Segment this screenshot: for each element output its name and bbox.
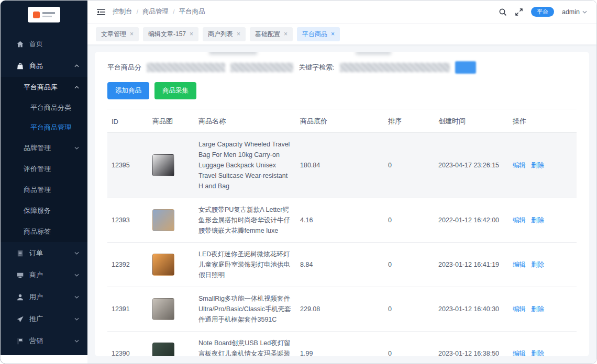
sidebar-item[interactable]: 评价管理 xyxy=(1,158,87,179)
sidebar-item-label: 用户 xyxy=(29,292,43,302)
cell-id: 12393 xyxy=(107,198,148,243)
close-icon[interactable]: × xyxy=(190,31,193,37)
table-row: 12390Note Board创意USB Led夜灯留言板夜灯儿童机情女友玛圣诞… xyxy=(107,332,577,357)
tab-label: 编辑文章-157 xyxy=(148,30,186,39)
cell-id: 12395 xyxy=(107,133,148,198)
column-header: 商品名称 xyxy=(194,109,296,133)
tab-item[interactable]: 编辑文章-157× xyxy=(143,27,198,41)
delete-link[interactable]: 删除 xyxy=(531,350,544,356)
redacted-filter-input[interactable] xyxy=(230,63,293,72)
chevron-down-icon xyxy=(74,339,79,343)
sidebar-item[interactable]: 订单 xyxy=(1,242,87,264)
filter-keyword-label: 关键字检索: xyxy=(298,63,335,72)
edit-link[interactable]: 编辑 xyxy=(513,217,526,224)
chevron-down-icon xyxy=(74,295,79,299)
cell-sort: 0 xyxy=(384,287,434,332)
cell-thumb xyxy=(148,133,194,198)
table-head-row: ID商品图商品名称商品底价排序创建时间操作 xyxy=(107,109,577,133)
breadcrumb-item[interactable]: 商品管理 xyxy=(142,7,169,16)
sidebar-item[interactable]: 商品标签 xyxy=(1,221,87,242)
cell-name: 女式腰带PU复古新款A Letter鳄鱼形金属搭扣时尚奢华设计牛仔腰带镶嵌大花瓣… xyxy=(194,198,296,243)
add-product-button[interactable]: 添加商品 xyxy=(107,82,149,99)
chevron-down-icon xyxy=(74,146,79,150)
tab-item[interactable]: 商户列表× xyxy=(203,27,246,41)
product-thumbnail[interactable] xyxy=(152,343,174,356)
sidebar-item-label: 评价管理 xyxy=(24,164,51,174)
sidebar-item-label: 平台商品库 xyxy=(24,83,58,92)
product-thumbnail[interactable] xyxy=(152,254,174,276)
topbar-actions: 平台 admin xyxy=(499,7,587,17)
sidebar-item[interactable]: 平台商品管理 xyxy=(1,118,87,138)
chevron-up-icon xyxy=(74,64,79,67)
sidebar-item[interactable]: 平台商品库 xyxy=(1,77,87,98)
tab-item[interactable]: 平台商品× xyxy=(297,27,340,41)
redacted-filter-input[interactable] xyxy=(147,63,225,72)
close-icon[interactable]: × xyxy=(284,31,288,37)
cell-thumb xyxy=(148,198,194,243)
sidebar-item[interactable]: 保障服务 xyxy=(1,200,87,221)
table-row: 12395Large Capacity Wheeled Travel Bag F… xyxy=(107,133,577,198)
topbar: 控制台/商品管理/平台商品 平台 admin xyxy=(87,1,596,24)
user-menu[interactable]: admin xyxy=(562,8,587,16)
edit-link[interactable]: 编辑 xyxy=(513,162,526,169)
sidebar-item[interactable]: 首页 xyxy=(1,33,87,55)
sidebar-item-label: 品牌管理 xyxy=(24,143,51,153)
logo-area xyxy=(1,1,87,29)
app-window: 首页商品平台商品库平台商品分类平台商品管理品牌管理评价管理商品管理保障服务商品标… xyxy=(0,0,597,364)
sidebar-item[interactable]: 用户 xyxy=(1,286,87,308)
fullscreen-icon[interactable] xyxy=(515,8,523,16)
redacted-filter-input[interactable] xyxy=(340,63,450,72)
sidebar-item[interactable]: 平台商品分类 xyxy=(1,98,87,118)
order-icon xyxy=(16,249,24,257)
environment-badge[interactable]: 平台 xyxy=(531,7,554,17)
edit-link[interactable]: 编辑 xyxy=(513,350,526,356)
brand-logo[interactable] xyxy=(28,7,60,22)
table-body: 12395Large Capacity Wheeled Travel Bag F… xyxy=(107,133,577,357)
logo-icon xyxy=(33,12,40,18)
sidebar-item[interactable]: 推广 xyxy=(1,308,87,330)
collapse-menu-icon[interactable] xyxy=(97,8,105,16)
chevron-down-icon xyxy=(74,252,79,255)
breadcrumb-separator: / xyxy=(137,8,138,16)
cell-thumb xyxy=(148,243,194,287)
sidebar-item[interactable]: 商户 xyxy=(1,264,87,286)
search-icon[interactable] xyxy=(499,8,507,16)
delete-link[interactable]: 删除 xyxy=(531,305,544,313)
product-thumbnail[interactable] xyxy=(152,154,174,176)
chevron-down-icon xyxy=(74,274,79,277)
cell-created: 2023-01-12 16:41:19 xyxy=(434,243,508,287)
tab-item[interactable]: 文章管理× xyxy=(96,27,139,41)
edit-link[interactable]: 编辑 xyxy=(513,261,526,268)
column-header: ID xyxy=(107,109,148,133)
close-icon[interactable]: × xyxy=(237,31,240,37)
collect-product-button[interactable]: 商品采集 xyxy=(154,82,196,99)
close-icon[interactable]: × xyxy=(331,31,335,37)
delete-link[interactable]: 删除 xyxy=(531,162,544,169)
search-button[interactable] xyxy=(455,61,476,74)
delete-link[interactable]: 删除 xyxy=(531,217,544,224)
cell-id: 12390 xyxy=(107,332,148,357)
cell-sort: 0 xyxy=(384,198,434,243)
column-header: 创建时间 xyxy=(434,109,508,133)
sidebar-item[interactable]: 商品 xyxy=(1,55,87,77)
redacted-area xyxy=(209,52,257,55)
sidebar-item-label: 首页 xyxy=(29,39,43,49)
product-thumbnail[interactable] xyxy=(152,209,174,231)
sidebar-item[interactable]: 营销 xyxy=(1,330,87,352)
table-row: 12393女式腰带PU复古新款A Letter鳄鱼形金属搭扣时尚奢华设计牛仔腰带… xyxy=(107,198,577,243)
breadcrumb-item[interactable]: 控制台 xyxy=(113,7,132,16)
sidebar-item[interactable]: 商品管理 xyxy=(1,179,87,200)
cell-price: 180.84 xyxy=(296,133,384,198)
filter-row: 平台商品分 关键字检索: xyxy=(107,61,577,74)
sidebar-item[interactable]: 品牌管理 xyxy=(1,138,87,158)
cell-thumb xyxy=(148,332,194,357)
cell-name: LED夜灯迷你圣诞树微炫花环灯儿童家庭卧室装饰彩灯电池供电假日照明 xyxy=(194,243,296,287)
tab-item[interactable]: 基础配置× xyxy=(250,27,293,41)
merchant-icon xyxy=(16,271,24,279)
edit-link[interactable]: 编辑 xyxy=(513,305,526,313)
close-icon[interactable]: × xyxy=(130,31,134,37)
delete-link[interactable]: 删除 xyxy=(531,261,544,268)
breadcrumb-item[interactable]: 平台商品 xyxy=(179,7,205,16)
product-card: 平台商品分 关键字检索: 添加商品 商品采集 ID商品图商品 xyxy=(95,52,589,356)
product-thumbnail[interactable] xyxy=(152,298,174,320)
